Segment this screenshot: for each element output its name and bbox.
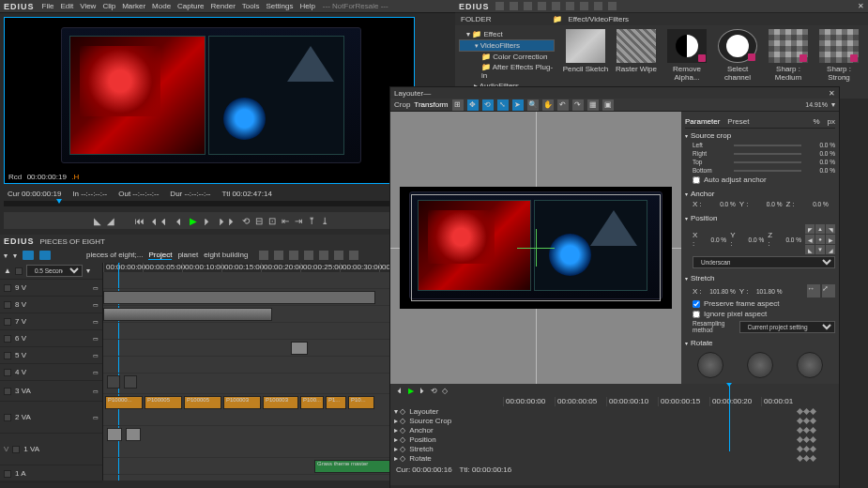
effect-item[interactable]: Pencil Sketch — [562, 29, 609, 95]
clip[interactable]: P10... — [348, 396, 374, 409]
kf-prev-icon[interactable]: ⏴ — [396, 387, 404, 395]
track-header[interactable]: 1 A — [0, 465, 102, 482]
preview-monitor[interactable]: Rcd 00:00:00:19 .H — [4, 17, 415, 184]
layouter-canvas[interactable] — [390, 112, 681, 384]
safe-icon[interactable]: ▣ — [602, 99, 614, 111]
tl-icon[interactable] — [334, 251, 343, 260]
step-fwd-icon[interactable]: ⏵ — [203, 216, 212, 226]
clip[interactable]: P100005 — [145, 396, 182, 409]
rewind-icon[interactable]: ⏮ — [135, 216, 145, 226]
track-header[interactable]: 6 V▭ — [0, 330, 102, 347]
tree-item-selected[interactable]: ▾ VideoFilters — [459, 39, 555, 52]
effect-item[interactable]: Remove Alpha... — [663, 29, 710, 95]
menu-edit[interactable]: Edit — [60, 2, 73, 10]
scale-select[interactable]: 0.5 Second — [26, 265, 83, 277]
undo-icon[interactable]: ↶ — [557, 99, 569, 111]
effect-item[interactable]: Sharp : Medium — [765, 29, 812, 95]
slider[interactable] — [734, 153, 801, 155]
scale-icon[interactable]: ⤡ — [497, 99, 509, 111]
play-icon[interactable]: ▶ — [190, 216, 197, 226]
zoom-down-icon[interactable]: ▾ — [831, 100, 835, 109]
track-header[interactable]: 7 V▭ — [0, 313, 102, 330]
position-arrows[interactable]: ◤▲◥◀●▶◣▼◢ — [805, 224, 835, 254]
tree-item[interactable]: 📁 Color Correction — [459, 52, 555, 62]
rotate-x-knob[interactable] — [697, 352, 723, 378]
scrub-bar[interactable] — [4, 201, 419, 206]
goto-in-icon[interactable]: ⤒ — [308, 216, 315, 226]
track-header[interactable]: 2 VA▭ — [0, 402, 102, 434]
kf-next-icon[interactable]: ⏵ — [419, 387, 426, 395]
rotate-icon[interactable]: ⟲ — [482, 99, 494, 111]
loop-icon[interactable]: ⟲ — [242, 216, 250, 226]
tab-transform[interactable]: Transform — [414, 100, 448, 109]
slider[interactable] — [734, 170, 801, 172]
menu-clip[interactable]: Clip — [102, 2, 115, 10]
mode-b-icon[interactable] — [39, 251, 51, 260]
fit-v-icon[interactable]: ⤢ — [822, 284, 835, 297]
tl-tool-icon[interactable]: ▾ — [4, 252, 8, 260]
preset-tab[interactable]: Preset — [727, 117, 749, 126]
fit-icon[interactable]: ⊞ — [452, 99, 464, 111]
menu-capture[interactable]: Capture — [177, 2, 204, 10]
kf-track[interactable]: ▸ ◇Rotate — [394, 453, 835, 463]
underscan-select[interactable]: Underscan — [693, 256, 835, 268]
pointer-icon[interactable]: ➤ — [512, 99, 524, 111]
clip-green[interactable]: Grass theme master — [314, 460, 399, 473]
kf-play-icon[interactable]: ▶ — [408, 387, 414, 395]
section-anchor[interactable]: Anchor — [685, 189, 835, 199]
clip[interactable]: P100... — [300, 396, 324, 409]
hand-icon[interactable]: ✋ — [542, 99, 554, 111]
menu-render[interactable]: Render — [211, 2, 236, 10]
folder-icon[interactable] — [495, 2, 504, 10]
kf-track[interactable]: ▸ ◇Stretch — [394, 444, 835, 453]
move-icon[interactable]: ✥ — [467, 99, 479, 111]
tl-icon[interactable] — [319, 251, 328, 260]
tl-icon[interactable] — [304, 251, 313, 260]
goto-out-icon[interactable]: ⤓ — [321, 216, 328, 226]
track-header[interactable]: 8 V▭ — [0, 297, 102, 313]
zoom-icon[interactable]: 🔍 — [527, 99, 539, 111]
close-icon[interactable]: ✕ — [858, 2, 864, 10]
kf-track[interactable]: ▸ ◇Anchor — [394, 425, 835, 435]
tool-icon[interactable] — [594, 2, 602, 10]
section-position[interactable]: Position — [685, 213, 835, 223]
kf-track[interactable]: ▾ ◇Layouter — [394, 406, 835, 416]
tool-icon[interactable] — [608, 2, 617, 10]
seq-tab[interactable]: eight building — [204, 251, 248, 260]
tool-icon[interactable] — [524, 2, 532, 10]
tool-icon[interactable] — [552, 2, 560, 10]
effect-item[interactable]: Sharp : Strong — [815, 29, 862, 95]
tl-icon[interactable] — [349, 251, 358, 260]
kf-track[interactable]: ▸ ◇Position — [394, 435, 835, 444]
track-header[interactable]: V1 VA — [0, 434, 102, 465]
tl-icon[interactable] — [259, 251, 268, 260]
menu-tools[interactable]: Tools — [242, 2, 260, 10]
menu-file[interactable]: File — [42, 2, 54, 10]
guide-icon[interactable]: ▦ — [587, 99, 599, 111]
kf-track[interactable]: ▸ ◇Source Crop — [394, 416, 835, 425]
timeline-area[interactable]: 00:00:00:0000:00:05:0000:00:10:0000:00:1… — [103, 263, 422, 480]
menu-view[interactable]: View — [80, 2, 96, 10]
preserve-check[interactable] — [693, 300, 700, 308]
menu-settings[interactable]: Settings — [266, 2, 294, 10]
fit-h-icon[interactable]: ↔ — [807, 284, 820, 297]
kf-playhead[interactable] — [729, 386, 730, 451]
track-header[interactable]: 5 V▭ — [0, 347, 102, 364]
seq-tab-active[interactable]: Project — [148, 251, 172, 260]
tool-icon[interactable] — [510, 2, 518, 10]
kf-add-icon[interactable]: ◇ — [442, 387, 448, 395]
seq-tab[interactable]: pieces of eight;... — [86, 251, 143, 260]
menu-help[interactable]: Help — [299, 2, 314, 10]
mark-in-icon[interactable]: ⇤ — [282, 216, 289, 226]
param-tab[interactable]: Parameter — [685, 117, 720, 126]
slider[interactable] — [734, 145, 801, 146]
tab-crop[interactable]: Crop — [394, 100, 410, 109]
tl-icon[interactable] — [274, 251, 283, 260]
next-frame-icon[interactable]: ⏵⏵ — [218, 216, 236, 226]
section-rotate[interactable]: Rotate — [685, 338, 835, 348]
clip[interactable]: P10000... — [105, 396, 143, 409]
clip[interactable]: P1... — [326, 396, 346, 409]
step-back-icon[interactable]: ⏴ — [175, 216, 184, 226]
overwrite-icon[interactable]: ⊡ — [268, 216, 276, 226]
rotate-z-knob[interactable] — [797, 352, 823, 378]
